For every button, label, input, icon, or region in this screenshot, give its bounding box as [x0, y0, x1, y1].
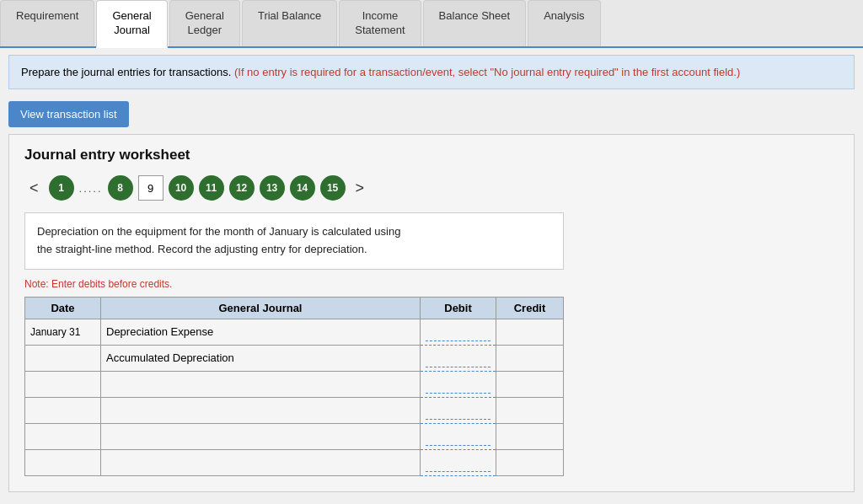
credit-input[interactable] — [501, 427, 558, 446]
next-arrow[interactable]: > — [351, 178, 370, 199]
tabs-bar: Requirement GeneralJournal GeneralLedger… — [0, 0, 863, 48]
debit-input[interactable] — [426, 375, 490, 394]
account-cell[interactable] — [101, 423, 421, 449]
account-input[interactable] — [106, 349, 415, 367]
credit-cell[interactable] — [496, 449, 564, 475]
debit-input[interactable] — [426, 323, 490, 341]
account-input[interactable] — [106, 401, 415, 420]
account-cell[interactable] — [101, 397, 421, 423]
info-box: Prepare the journal entries for transact… — [8, 55, 855, 90]
tab-income-statement[interactable]: IncomeStatement — [339, 0, 421, 46]
info-normal-text: Prepare the journal entries for transact… — [21, 66, 231, 78]
credit-input[interactable] — [501, 375, 558, 394]
date-cell — [25, 423, 101, 449]
account-cell[interactable] — [101, 319, 421, 345]
table-row — [25, 449, 564, 475]
credit-cell[interactable] — [496, 345, 564, 371]
ellipsis: ..... — [79, 182, 103, 195]
tab-general-journal[interactable]: GeneralJournal — [96, 0, 167, 48]
view-transaction-button[interactable]: View transaction list — [8, 101, 129, 127]
debit-cell[interactable] — [421, 371, 496, 397]
credit-input[interactable] — [501, 349, 558, 367]
tab-general-ledger[interactable]: GeneralLedger — [169, 0, 240, 46]
debit-cell[interactable] — [421, 345, 496, 371]
account-cell[interactable] — [101, 345, 421, 371]
date-cell: January 31 — [25, 319, 101, 345]
journal-table: Date General Journal Debit Credit Januar… — [24, 297, 564, 476]
date-cell — [25, 371, 101, 397]
prev-arrow[interactable]: < — [24, 178, 44, 199]
page-9-active[interactable]: 9 — [138, 175, 163, 201]
account-input[interactable] — [106, 375, 415, 394]
debit-input[interactable] — [426, 453, 490, 472]
date-cell — [25, 397, 101, 423]
worksheet-title: Journal entry worksheet — [24, 147, 839, 164]
account-cell[interactable] — [101, 371, 421, 397]
table-row — [25, 423, 564, 449]
credit-cell[interactable] — [496, 319, 564, 345]
page-8[interactable]: 8 — [108, 175, 133, 201]
account-input[interactable] — [106, 323, 415, 341]
credit-input[interactable] — [501, 453, 558, 472]
credit-input[interactable] — [501, 323, 558, 341]
info-highlight-text: (If no entry is required for a transacti… — [234, 66, 740, 78]
credit-input[interactable] — [501, 401, 558, 420]
page-14[interactable]: 14 — [290, 175, 315, 201]
page-12[interactable]: 12 — [229, 175, 255, 201]
date-cell — [25, 449, 101, 475]
table-row — [25, 345, 564, 371]
debit-cell[interactable] — [421, 449, 496, 475]
tab-requirement[interactable]: Requirement — [0, 0, 94, 46]
header-credit: Credit — [496, 297, 564, 319]
account-input[interactable] — [106, 427, 415, 446]
tab-balance-sheet[interactable]: Balance Sheet — [423, 0, 527, 46]
date-cell — [25, 345, 101, 371]
table-row — [25, 397, 564, 423]
pagination: < 1 ..... 8 9 10 11 12 13 14 15 > — [24, 175, 839, 201]
header-date: Date — [25, 297, 101, 319]
credit-cell[interactable] — [496, 397, 564, 423]
page-13[interactable]: 13 — [260, 175, 285, 201]
header-debit: Debit — [421, 297, 496, 319]
description-box: Depreciation on the equipment for the mo… — [24, 212, 564, 270]
worksheet-card: Journal entry worksheet < 1 ..... 8 9 10… — [8, 134, 855, 492]
table-row: January 31 — [25, 319, 564, 345]
description-text: Depreciation on the equipment for the mo… — [37, 225, 400, 255]
table-row — [25, 371, 564, 397]
debit-cell[interactable] — [421, 397, 496, 423]
account-input[interactable] — [106, 453, 415, 472]
debit-cell[interactable] — [421, 423, 496, 449]
tab-trial-balance[interactable]: Trial Balance — [242, 0, 337, 46]
header-general-journal: General Journal — [101, 297, 421, 319]
debit-cell[interactable] — [421, 319, 496, 345]
debit-input[interactable] — [426, 427, 490, 446]
debit-input[interactable] — [426, 401, 490, 420]
page-1[interactable]: 1 — [49, 175, 74, 201]
account-cell[interactable] — [101, 449, 421, 475]
note-text: Note: Enter debits before credits. — [24, 278, 839, 290]
debit-input[interactable] — [426, 349, 490, 367]
page-11[interactable]: 11 — [199, 175, 224, 201]
tab-analysis[interactable]: Analysis — [528, 0, 600, 46]
page-10[interactable]: 10 — [169, 175, 194, 201]
credit-cell[interactable] — [496, 371, 564, 397]
credit-cell[interactable] — [496, 423, 564, 449]
page-15[interactable]: 15 — [320, 175, 346, 201]
